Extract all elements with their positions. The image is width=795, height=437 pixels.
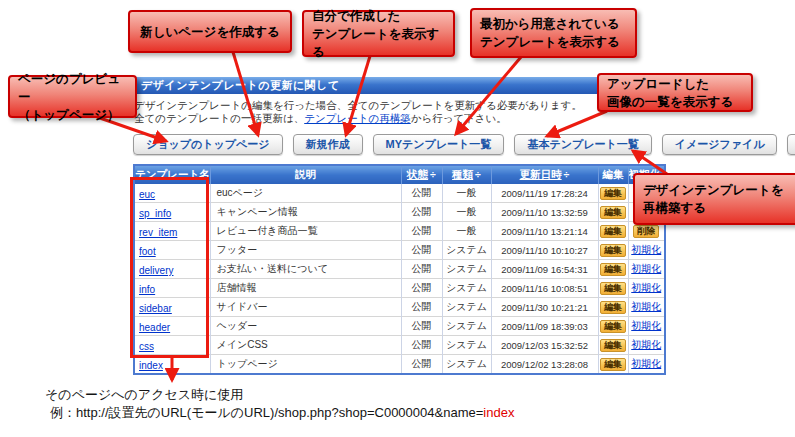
template-table: テンプレート名説明状態÷種類÷更新日時÷編集初期化・削除 euceucページ公開… <box>133 164 666 375</box>
edit-button-header[interactable]: 編集 <box>600 320 626 333</box>
callout-line: 画像の一覧を表示する <box>607 93 743 111</box>
cell-type: システム <box>442 317 491 336</box>
cell-description: ヘッダー <box>210 317 401 336</box>
cell-updated: 2009/11/10 13:21:14 <box>491 222 598 241</box>
callout-show-my-templates: 自分で作成したテンプレートを表示する <box>302 10 455 57</box>
cell-type: システム <box>442 336 491 355</box>
cell-status: 公開 <box>401 298 442 317</box>
tab-my-templates[interactable]: MYテンプレート一覧 <box>373 134 505 155</box>
cell-updated: 2009/11/16 10:08:51 <box>491 279 598 298</box>
table-row-foot: footフッター公開システム2009/11/10 10:10:27編集初期化 <box>134 241 665 260</box>
cell-type: システム <box>442 355 491 375</box>
cell-description: トップページ <box>210 355 401 375</box>
sort-icon: ÷ <box>564 168 570 180</box>
init-link-sidebar[interactable]: 初期化 <box>631 301 661 312</box>
column-header-updated[interactable]: 更新日時÷ <box>491 165 598 184</box>
design-template-panel: デザインテンプレートの更新に関して デザインテンプレートの編集を行った場合、全て… <box>133 77 666 375</box>
cell-description: フッター <box>210 241 401 260</box>
template-link-index[interactable]: index <box>139 360 163 371</box>
cell-description: キャンペーン情報 <box>210 203 401 222</box>
edit-button-rev_item[interactable]: 編集 <box>600 225 626 238</box>
init-link-foot[interactable]: 初期化 <box>631 244 661 255</box>
cell-updated: 2009/11/10 10:10:27 <box>491 241 598 260</box>
init-link-css[interactable]: 初期化 <box>631 339 661 350</box>
cell-type: 一般 <box>442 203 491 222</box>
callout-line: アップロードした <box>607 75 743 93</box>
callout-line: 新しいページを作成する <box>140 23 280 41</box>
cell-description: サイドバー <box>210 298 401 317</box>
edit-button-foot[interactable]: 編集 <box>600 244 626 257</box>
edit-button-sidebar[interactable]: 編集 <box>600 301 626 314</box>
table-row-sp_info: sp_infoキャンペーン情報公開一般2009/11/10 13:32:59編集… <box>134 203 665 222</box>
cell-status: 公開 <box>401 260 442 279</box>
edit-button-index[interactable]: 編集 <box>600 358 626 371</box>
cell-edit: 編集 <box>598 184 628 203</box>
cell-type: 一般 <box>442 184 491 203</box>
cell-edit: 編集 <box>598 222 628 241</box>
rebuild-link[interactable]: テンプレートの再構築 <box>304 112 410 124</box>
callout-line: デザインテンプレートを <box>643 181 793 199</box>
callout-line: （トップページ） <box>18 106 127 124</box>
template-table-body: euceucページ公開一般2009/11/19 17:28:24編集削除sp_i… <box>134 184 665 374</box>
callout-line: 最初から用意されている <box>480 15 627 33</box>
edit-button-sp_info[interactable]: 編集 <box>600 206 626 219</box>
column-header-type[interactable]: 種類÷ <box>442 165 491 184</box>
tab-new[interactable]: 新規作成 <box>293 134 363 155</box>
tab-shop-top[interactable]: ショップのトップページ <box>133 134 283 155</box>
cell-description: レビュー付き商品一覧 <box>210 222 401 241</box>
init-link-index[interactable]: 初期化 <box>631 358 661 369</box>
table-row-info: info店舗情報公開システム2009/11/16 10:08:51編集初期化 <box>134 279 665 298</box>
callout-page-preview: ページのプレビュー（トップページ） <box>8 75 137 118</box>
column-header-description: 説明 <box>210 165 401 184</box>
table-row-rev_item: rev_itemレビュー付き商品一覧公開一般2009/11/10 13:21:1… <box>134 222 665 241</box>
callout-rebuild-templates: デザインテンプレートを再構築する <box>633 173 795 225</box>
table-row-delivery: deliveryお支払い・送料について公開システム2009/11/09 16:5… <box>134 260 665 279</box>
init-link-info[interactable]: 初期化 <box>631 282 661 293</box>
column-header-status[interactable]: 状態÷ <box>401 165 442 184</box>
panel-title-bar: デザインテンプレートの更新に関して <box>133 77 666 94</box>
footnote-url: 例：http://設置先のURL(モールのURL)/shop.php?shop=… <box>50 405 483 420</box>
table-row-index: indexトップページ公開システム2009/12/02 13:28:08編集初期… <box>134 355 665 375</box>
cell-edit: 編集 <box>598 298 628 317</box>
delete-button-rev_item[interactable]: 削除 <box>633 225 659 238</box>
panel-title: デザインテンプレートの更新に関して <box>141 78 340 93</box>
callout-line: 再構築する <box>643 199 793 217</box>
cell-type: システム <box>442 279 491 298</box>
cell-type: 一般 <box>442 222 491 241</box>
callout-show-uploaded-images: アップロードした画像の一覧を表示する <box>597 73 753 112</box>
cell-edit: 編集 <box>598 336 628 355</box>
init-link-header[interactable]: 初期化 <box>631 320 661 331</box>
cell-status: 公開 <box>401 241 442 260</box>
edit-button-css[interactable]: 編集 <box>600 339 626 352</box>
cell-updated: 2009/12/03 15:32:52 <box>491 336 598 355</box>
cell-init-delete: 初期化 <box>628 241 665 260</box>
table-row-euc: euceucページ公開一般2009/11/19 17:28:24編集削除 <box>134 184 665 203</box>
tab-base-templates[interactable]: 基本テンプレート一覧 <box>514 134 651 155</box>
tab-row: ショップのトップページ新規作成MYテンプレート一覧基本テンプレート一覧イメージフ… <box>133 134 666 155</box>
cell-init-delete: 初期化 <box>628 260 665 279</box>
cell-description: お支払い・送料について <box>210 260 401 279</box>
edit-button-euc[interactable]: 編集 <box>600 187 626 200</box>
cell-edit: 編集 <box>598 317 628 336</box>
column-header-edit: 編集 <box>598 165 628 184</box>
cell-status: 公開 <box>401 184 442 203</box>
cell-status: 公開 <box>401 279 442 298</box>
description-line-2-suffix: から行って下さい。 <box>411 112 507 124</box>
cell-type: システム <box>442 260 491 279</box>
footnote-url-highlight: index <box>483 405 514 420</box>
cell-status: 公開 <box>401 203 442 222</box>
tab-image-files[interactable]: イメージファイル <box>662 134 778 155</box>
cell-edit: 編集 <box>598 203 628 222</box>
edit-button-delivery[interactable]: 編集 <box>600 263 626 276</box>
tab-rebuild[interactable]: 再構築 <box>787 134 795 155</box>
edit-button-info[interactable]: 編集 <box>600 282 626 295</box>
description-line-1: デザインテンプレートの編集を行った場合、全てのテンプレートを更新する必要がありま… <box>134 99 665 112</box>
cell-status: 公開 <box>401 317 442 336</box>
init-link-delivery[interactable]: 初期化 <box>631 263 661 274</box>
callout-create-new-page: 新しいページを作成する <box>128 10 292 53</box>
cell-description: メインCSS <box>210 336 401 355</box>
cell-edit: 編集 <box>598 355 628 375</box>
cell-updated: 2009/12/02 13:28:08 <box>491 355 598 375</box>
cell-edit: 編集 <box>598 241 628 260</box>
callout-line: 自分で作成した <box>312 7 445 25</box>
